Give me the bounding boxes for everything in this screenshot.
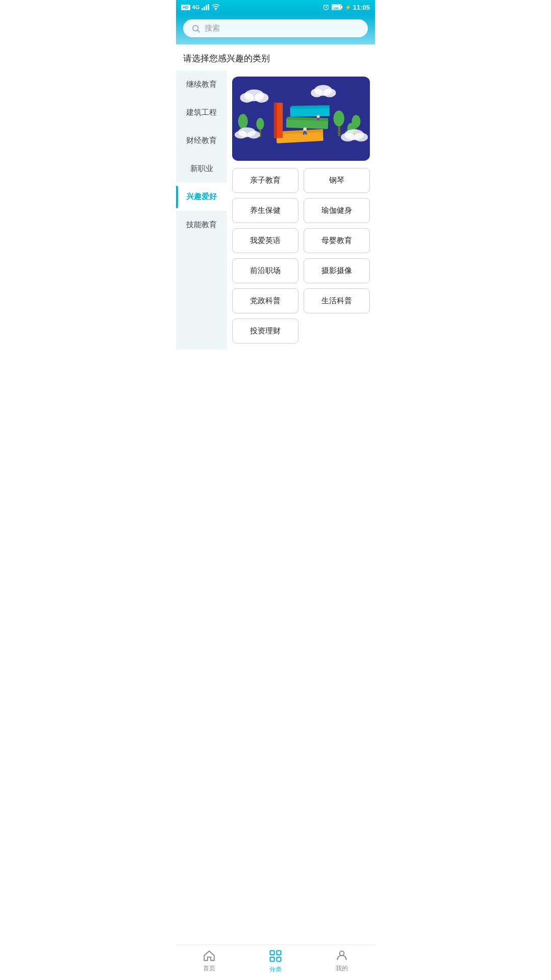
tag-btn-2[interactable]: 养生保健: [232, 198, 298, 223]
tag-btn-5[interactable]: 母婴教育: [304, 228, 370, 253]
tag-btn-6[interactable]: 前沿职场: [232, 258, 298, 283]
sidebar-item-3[interactable]: 新职业: [176, 155, 227, 183]
svg-point-23: [240, 93, 254, 103]
svg-rect-0: [202, 8, 203, 10]
svg-point-46: [317, 115, 320, 118]
svg-point-13: [238, 114, 248, 129]
tag-btn-3[interactable]: 瑜伽健身: [304, 198, 370, 223]
sidebar-item-2[interactable]: 财经教育: [176, 127, 227, 155]
svg-rect-2: [206, 5, 207, 10]
sidebar-item-0[interactable]: 继续教育: [176, 70, 227, 99]
sidebar: 继续教育 建筑工程 财经教育 新职业 兴趣爱好 技能教育: [176, 70, 227, 350]
status-bar: HD 4G 100: [176, 0, 375, 14]
tag-btn-0[interactable]: 亲子教育: [232, 168, 298, 193]
svg-point-9: [193, 26, 198, 31]
svg-rect-44: [303, 132, 305, 135]
svg-point-27: [323, 88, 336, 97]
svg-point-24: [255, 93, 268, 103]
svg-point-30: [247, 131, 260, 138]
search-icon: [191, 24, 201, 33]
svg-point-17: [334, 111, 344, 127]
network-4g: 4G: [192, 4, 200, 10]
search-area: 搜索: [176, 14, 375, 44]
tag-btn-9[interactable]: 生活科普: [304, 288, 370, 313]
battery-icon: 100: [332, 4, 343, 10]
content-area: 亲子教育 钢琴 养生保健 瑜伽健身 我爱英语 母婴教育 前沿职场 摄影摄像 党政…: [227, 70, 375, 350]
tags-grid: 亲子教育 钢琴 养生保健 瑜伽健身 我爱英语 母婴教育 前沿职场 摄影摄像 党政…: [232, 168, 370, 344]
svg-rect-1: [204, 7, 205, 10]
svg-point-15: [256, 118, 264, 130]
search-box[interactable]: 搜索: [183, 19, 368, 37]
hd-badge: HD: [181, 5, 190, 10]
svg-rect-47: [317, 118, 319, 120]
svg-text:100: 100: [333, 7, 339, 10]
svg-rect-41: [274, 103, 277, 138]
page-title: 请选择您感兴趣的类别: [176, 44, 375, 70]
alarm-icon: [322, 4, 330, 11]
signal-icon: [202, 4, 210, 10]
sidebar-item-4[interactable]: 兴趣爱好: [176, 183, 227, 211]
tag-btn-7[interactable]: 摄影摄像: [304, 258, 370, 283]
svg-point-42: [303, 128, 307, 131]
tag-btn-4[interactable]: 我爱英语: [232, 228, 298, 253]
svg-line-10: [197, 30, 199, 32]
wifi-icon: [212, 4, 220, 10]
svg-rect-45: [306, 132, 307, 135]
banner: [232, 77, 370, 161]
svg-point-26: [311, 88, 322, 97]
search-placeholder[interactable]: 搜索: [205, 23, 220, 33]
tag-btn-8[interactable]: 党政科普: [232, 288, 298, 313]
svg-point-32: [341, 133, 355, 141]
charging-icon: ⚡: [345, 5, 351, 10]
tag-btn-1[interactable]: 钢琴: [304, 168, 370, 193]
status-right: 100 ⚡ 11:05: [322, 4, 370, 11]
sidebar-item-1[interactable]: 建筑工程: [176, 99, 227, 127]
svg-point-29: [235, 131, 247, 138]
tag-btn-10[interactable]: 投资理财: [232, 318, 298, 344]
sidebar-item-5[interactable]: 技能教育: [176, 211, 227, 239]
time-display: 11:05: [353, 4, 370, 11]
status-left: HD 4G: [181, 4, 220, 10]
svg-point-33: [354, 133, 368, 141]
svg-rect-6: [341, 6, 342, 8]
svg-rect-3: [208, 4, 209, 10]
main-layout: 继续教育 建筑工程 财经教育 新职业 兴趣爱好 技能教育: [176, 70, 375, 350]
